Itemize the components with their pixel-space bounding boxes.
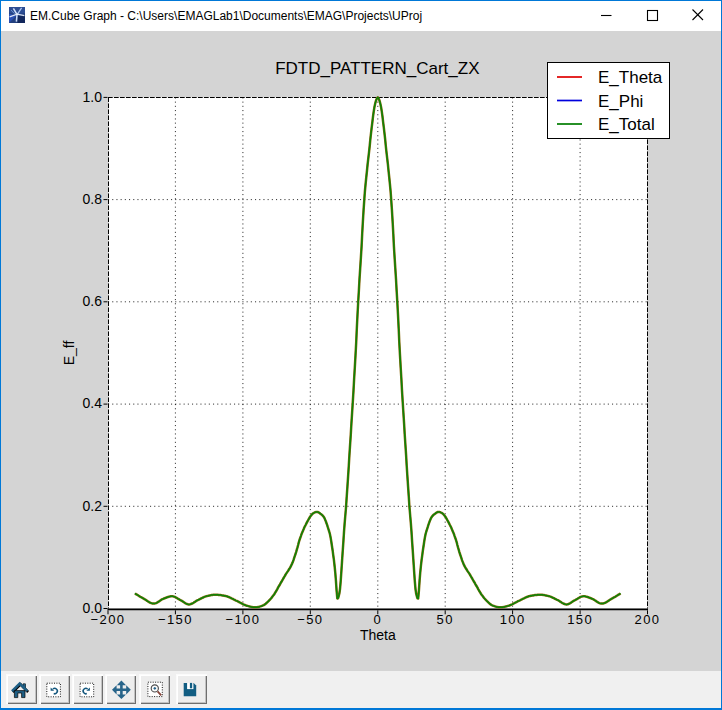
svg-text:1.0: 1.0	[83, 89, 103, 105]
svg-text:50: 50	[437, 612, 454, 627]
svg-text:FDTD_PATTERN_Cart_ZX: FDTD_PATTERN_Cart_ZX	[275, 59, 479, 78]
svg-text:Theta: Theta	[360, 627, 396, 643]
svg-text:0.2: 0.2	[83, 498, 103, 514]
svg-text:−50: −50	[297, 612, 323, 627]
svg-text:200: 200	[635, 612, 661, 627]
svg-text:100: 100	[500, 612, 526, 627]
svg-text:0.4: 0.4	[83, 395, 103, 411]
svg-text:E_Theta: E_Theta	[598, 68, 663, 87]
svg-text:0.8: 0.8	[83, 191, 103, 207]
svg-text:−100: −100	[225, 612, 260, 627]
svg-text:E_Phi: E_Phi	[598, 92, 643, 111]
svg-text:0.0: 0.0	[83, 600, 103, 616]
svg-text:0: 0	[373, 612, 382, 627]
svg-text:−150: −150	[158, 612, 193, 627]
svg-text:0.6: 0.6	[83, 293, 103, 309]
svg-text:150: 150	[567, 612, 593, 627]
svg-text:E_ff: E_ff	[61, 341, 77, 366]
svg-text:E_Total: E_Total	[598, 115, 655, 134]
